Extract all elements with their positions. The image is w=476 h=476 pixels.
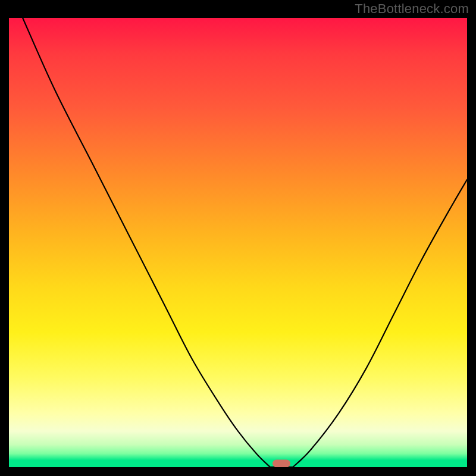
curve-svg: [9, 18, 467, 467]
plot-area: [9, 18, 467, 467]
watermark-label: TheBottleneck.com: [355, 1, 469, 17]
bottleneck-curve: [23, 18, 467, 467]
chart-frame: TheBottleneck.com: [0, 0, 476, 476]
min-marker: [273, 459, 290, 467]
